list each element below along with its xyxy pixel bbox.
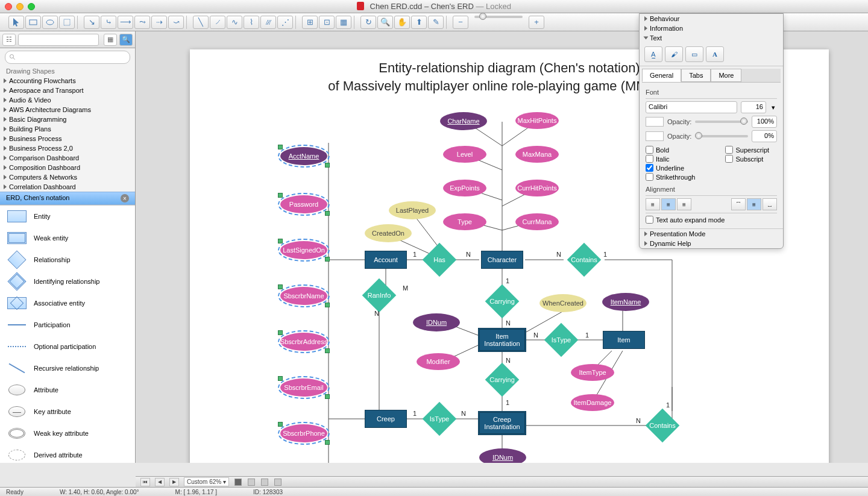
align-right[interactable]: ≡: [677, 198, 691, 210]
shape-weak-key-attr[interactable]: Weak key attribute: [0, 422, 135, 444]
derived-lastplayed[interactable]: LastPlayed: [389, 201, 436, 219]
rel-carrying[interactable]: Carrying: [485, 284, 519, 318]
attr-currmana[interactable]: CurrMana: [515, 213, 559, 230]
shape-key-attribute[interactable]: Key attribute: [0, 401, 135, 422]
tab-tabs[interactable]: Tabs: [681, 69, 711, 82]
pan-tool[interactable]: ✋: [394, 16, 410, 29]
key-idnum2[interactable]: IDNum: [479, 448, 526, 463]
properties-panel[interactable]: Behaviour Information Text A̲ 🖌 ▭ A Gene…: [639, 13, 784, 249]
attr-sbscraddr[interactable]: SbscrbrAddress: [280, 333, 327, 351]
shape-derived-attr[interactable]: Derived attribute: [0, 444, 135, 463]
lib-item[interactable]: Composition Dashboard: [0, 163, 135, 172]
align-center[interactable]: ≡: [661, 198, 676, 210]
lib-item[interactable]: Building Plans: [0, 124, 135, 134]
connector-tool-3[interactable]: ⟶: [118, 16, 133, 29]
lib-grid-icon[interactable]: ▦: [104, 34, 117, 46]
text-box-icon[interactable]: ▭: [685, 46, 703, 62]
attr-type[interactable]: Type: [443, 213, 486, 230]
zoom-out[interactable]: −: [453, 16, 468, 29]
page-prev[interactable]: ◀: [155, 478, 165, 486]
font-size-stepper[interactable]: ▾: [770, 104, 777, 111]
attr-exp[interactable]: ExpPoints: [443, 180, 486, 196]
line-tool-1[interactable]: ╲: [193, 16, 209, 29]
minimize-button[interactable]: [16, 3, 24, 10]
attr-sbscrname[interactable]: SbscrbrName: [280, 287, 327, 305]
lib-item[interactable]: Business Process 2,0: [0, 143, 135, 153]
rel-contains-2[interactable]: Contains: [646, 409, 679, 442]
shape-identifying-rel[interactable]: Identifying relationship: [0, 271, 135, 292]
line-tool-4[interactable]: ⌇: [244, 16, 259, 29]
page-tab-1[interactable]: [234, 479, 242, 486]
connector-tool-2[interactable]: ⤷: [101, 16, 116, 29]
attr-currhp[interactable]: CurrHitPoints: [515, 180, 559, 196]
text-bg-swatch[interactable]: [646, 131, 664, 141]
font-size[interactable]: 16: [741, 101, 766, 113]
line-tool-2[interactable]: ⟋: [210, 16, 225, 29]
lib-item[interactable]: Business Process: [0, 134, 135, 143]
lib-toggle-icon[interactable]: ☷: [2, 34, 16, 46]
snap-tool-2[interactable]: ⊡: [319, 16, 335, 29]
entity-character[interactable]: Character: [481, 251, 523, 269]
shape-relationship[interactable]: Relationship: [0, 249, 135, 271]
chk-sub[interactable]: Subscript: [725, 155, 769, 163]
ellipse-tool[interactable]: [42, 16, 58, 29]
chk-bold[interactable]: Bold: [646, 146, 695, 154]
current-library[interactable]: ERD, Chen's notation ×: [0, 192, 135, 205]
tab-general[interactable]: General: [642, 69, 681, 82]
page-tab-3[interactable]: [261, 479, 268, 486]
chk-underline[interactable]: Underline: [646, 164, 695, 172]
library-search[interactable]: [5, 51, 130, 64]
attr-password[interactable]: Password: [280, 195, 327, 213]
line-tool-5[interactable]: ⫻: [260, 16, 276, 29]
shape-optional[interactable]: Optional participation: [0, 336, 135, 357]
text-tool[interactable]: [59, 16, 75, 29]
snap-tool-1[interactable]: ⊞: [302, 16, 318, 29]
connector-tool-5[interactable]: ⇢: [151, 16, 167, 29]
rel-carrying-2[interactable]: Carrying: [485, 363, 519, 397]
entity-creepinst[interactable]: Creep Instantiation: [478, 411, 526, 435]
close-button[interactable]: [5, 3, 12, 10]
section-information[interactable]: Information: [640, 24, 783, 33]
lib-item[interactable]: Accounting Flowcharts: [0, 76, 135, 86]
chk-italic[interactable]: Italic: [646, 155, 695, 163]
rel-raninfo[interactable]: RanInfo: [362, 278, 396, 312]
derived-whencreated[interactable]: WhenCreated: [539, 294, 587, 312]
section-presentation[interactable]: Presentation Mode: [640, 228, 783, 239]
page-tab-4[interactable]: [274, 479, 281, 486]
pointer-tool[interactable]: [8, 16, 24, 29]
connector-tool-1[interactable]: ↘: [84, 16, 99, 29]
opacity-value-2[interactable]: 0%: [752, 130, 777, 142]
refresh-tool[interactable]: ↻: [360, 16, 376, 29]
text-color-swatch[interactable]: [646, 117, 664, 127]
close-library-icon[interactable]: ×: [121, 194, 129, 202]
connector-tool-4[interactable]: ⤳: [134, 16, 150, 29]
page-first[interactable]: ⏮: [140, 478, 150, 486]
rel-istype[interactable]: IsType: [544, 323, 578, 357]
shape-weak-entity[interactable]: Weak entity: [0, 227, 135, 249]
rel-has[interactable]: Has: [423, 243, 456, 277]
page-tab-2[interactable]: [248, 479, 255, 486]
valign-mid[interactable]: ≡: [747, 198, 761, 210]
key-idnum[interactable]: IDNum: [413, 313, 460, 331]
entity-iteminst[interactable]: Item Instantiation: [478, 328, 526, 352]
shape-attribute[interactable]: Attribute: [0, 379, 135, 401]
rect-tool[interactable]: [25, 16, 41, 29]
zoom-select[interactable]: Custom 62% ▾: [184, 477, 229, 486]
attr-maxhp[interactable]: MaxHitPoints: [515, 112, 559, 129]
attr-sbscrphone[interactable]: SbscrbrPhone: [280, 424, 327, 442]
lib-item[interactable]: Computers & Networks: [0, 172, 135, 182]
chk-super[interactable]: Superscript: [725, 146, 769, 154]
snap-tool-3[interactable]: ▦: [336, 16, 351, 29]
valign-bottom[interactable]: ⎵: [763, 198, 777, 210]
chk-autoexpand[interactable]: Text auto expand mode: [646, 216, 777, 224]
lib-search-icon[interactable]: 🔍: [119, 34, 133, 46]
key-acctname[interactable]: AcctName: [280, 147, 327, 165]
rel-istype-2[interactable]: IsType: [423, 402, 456, 436]
page-next[interactable]: ▶: [169, 478, 179, 486]
opacity-value-1[interactable]: 100%: [752, 116, 777, 128]
lib-item[interactable]: Correlation Dashboard: [0, 182, 135, 192]
entity-account[interactable]: Account: [365, 251, 407, 269]
shape-recursive[interactable]: Recursive relationship: [0, 357, 135, 379]
attr-itemdmg[interactable]: ItemDamage: [571, 394, 614, 411]
lib-item[interactable]: Aerospace and Transport: [0, 86, 135, 95]
